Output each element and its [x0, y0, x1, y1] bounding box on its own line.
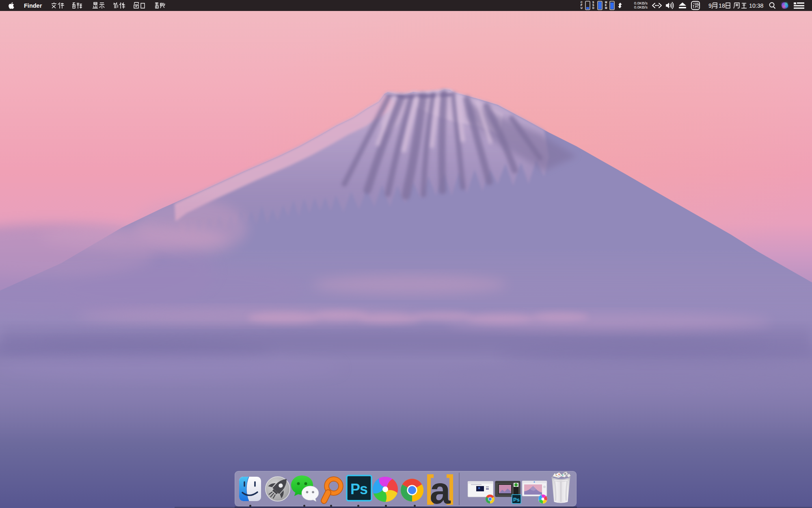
svg-text:Ps: Ps — [350, 481, 367, 497]
svg-text:a: a — [430, 470, 451, 508]
svg-text:Ps: Ps — [513, 497, 520, 503]
